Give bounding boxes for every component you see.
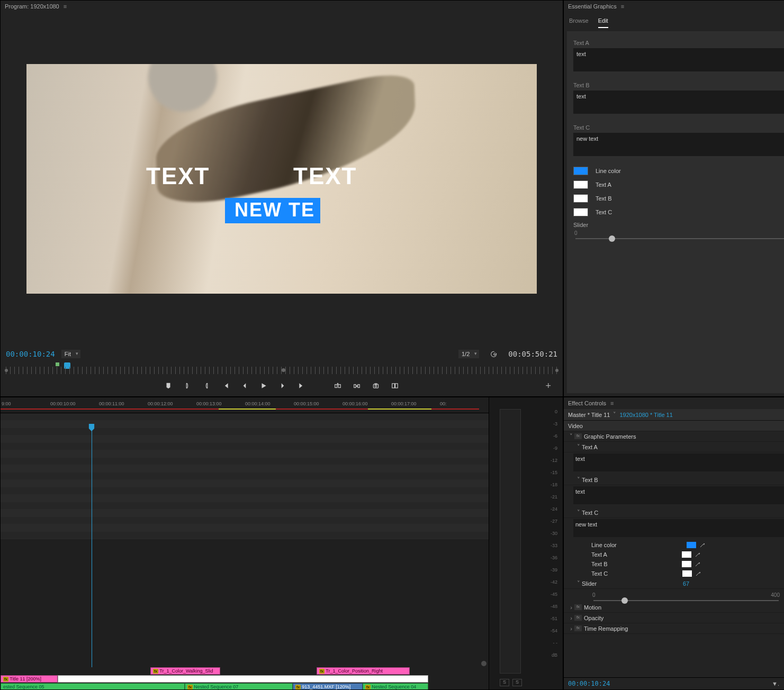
twirl-icon[interactable]: ˅ — [575, 443, 582, 450]
track-row[interactable] — [1, 517, 489, 524]
color-swatch[interactable] — [573, 208, 588, 216]
eyedropper-icon[interactable] — [695, 570, 701, 577]
quality-select[interactable]: 1/2 — [458, 350, 479, 358]
panel-menu-icon[interactable]: ≡ — [64, 3, 67, 10]
fx-badge-icon[interactable]: fx — [574, 433, 582, 439]
track-row[interactable] — [1, 510, 489, 517]
solo-button-2[interactable]: S — [512, 679, 522, 686]
eyedropper-icon[interactable] — [695, 561, 701, 567]
eg-text-b-input[interactable] — [573, 90, 784, 114]
go-to-out-button[interactable] — [296, 380, 307, 391]
track-row[interactable] — [1, 473, 489, 480]
timeline-main[interactable]: 9:0000:00:10:0000:00:11:0000:00:12:0000:… — [1, 397, 489, 689]
comparison-view-button[interactable] — [390, 380, 400, 391]
marker-icon[interactable] — [56, 362, 59, 366]
twirl-icon[interactable]: › — [568, 625, 574, 632]
play-button[interactable] — [258, 380, 269, 391]
eyedropper-icon[interactable] — [699, 542, 706, 548]
ec-text-c-label: Text C — [582, 510, 598, 516]
timeline-clip[interactable]: fxTr_1_Color_Position_Right — [317, 667, 410, 675]
track-row[interactable] — [1, 421, 489, 428]
track-row[interactable] — [1, 495, 489, 502]
time-ruler[interactable]: 9:0000:00:10:0000:00:11:0000:00:12:0000:… — [1, 397, 489, 413]
ec-text-c-input[interactable] — [573, 519, 784, 537]
panel-menu-icon[interactable]: ≡ — [621, 3, 624, 10]
tracks-area[interactable]: fxTr_1_Color_Walking_SlidfxTr_1_Color_Po… — [1, 413, 489, 667]
svg-point-5 — [375, 385, 377, 387]
export-frame-button[interactable] — [371, 380, 381, 391]
ec-sequence-clip[interactable]: 1920x1080 * Title 11 — [619, 412, 672, 418]
button-editor-icon[interactable]: + — [545, 380, 551, 392]
add-marker-button[interactable] — [163, 380, 174, 391]
ec-slider-track[interactable] — [593, 600, 779, 601]
twirl-icon[interactable]: ˅ — [575, 580, 582, 587]
ec-text-a-input[interactable] — [573, 453, 784, 471]
ec-timecode[interactable]: 00:00:10:24 — [568, 680, 610, 687]
track-row[interactable] — [1, 413, 489, 421]
ec-slider-value[interactable]: 67 — [683, 580, 689, 587]
track-row[interactable] — [1, 443, 489, 450]
fx-badge-icon[interactable]: fx — [574, 604, 582, 610]
color-swatch[interactable] — [687, 542, 696, 548]
track-row[interactable] — [1, 480, 489, 487]
ec-text-b-input[interactable] — [573, 486, 784, 504]
track-row[interactable] — [1, 532, 489, 539]
go-to-in-button[interactable] — [220, 380, 231, 391]
color-swatch[interactable] — [573, 180, 588, 189]
color-swatch[interactable] — [573, 194, 588, 203]
extract-button[interactable] — [352, 380, 362, 391]
ec-slider-thumb[interactable] — [621, 597, 628, 604]
track-row[interactable] — [1, 524, 489, 532]
timeline-clip[interactable]: fxNested Sequence 04 — [363, 683, 428, 689]
timeline-clip[interactable]: fx913_4451.MXF [120%] — [293, 683, 363, 689]
timeline-clip[interactable] — [58, 675, 428, 683]
filter-icon[interactable]: ▼. — [770, 680, 781, 687]
timeline-clip[interactable]: fxNested Sequence 07 — [185, 683, 293, 689]
track-row[interactable] — [1, 428, 489, 435]
eg-slider-track[interactable] — [575, 238, 784, 239]
mark-out-button[interactable] — [201, 380, 212, 391]
program-viewer[interactable]: TEXT TEXT NEW TE — [1, 12, 563, 346]
timeline-clip[interactable]: fxTitle 11 [200%] — [1, 675, 58, 683]
db-label: -33 — [551, 543, 557, 548]
fx-badge-icon[interactable]: fx — [574, 615, 582, 621]
track-row[interactable] — [1, 487, 489, 495]
ec-master-clip[interactable]: Master * Title 11 — [568, 412, 610, 418]
timecode-in[interactable]: 00:00:10:24 — [6, 350, 55, 358]
scrub-bar[interactable] — [6, 362, 557, 374]
twirl-icon[interactable]: ˅ — [575, 476, 582, 483]
timeline-playhead[interactable] — [92, 424, 92, 667]
eg-slider-thumb[interactable] — [609, 235, 615, 242]
color-swatch[interactable] — [682, 561, 691, 567]
twirl-icon[interactable]: ˅ — [575, 509, 582, 516]
color-swatch[interactable] — [682, 551, 691, 558]
track-row[interactable] — [1, 458, 489, 465]
eyedropper-icon[interactable] — [695, 551, 701, 558]
settings-icon[interactable] — [490, 350, 498, 358]
step-back-button[interactable] — [239, 380, 250, 391]
eg-text-a-input[interactable] — [573, 48, 784, 71]
step-forward-button[interactable] — [277, 380, 288, 391]
tab-edit[interactable]: Edit — [598, 15, 608, 28]
track-row[interactable] — [1, 435, 489, 443]
twirl-icon[interactable]: › — [568, 615, 574, 621]
twirl-icon[interactable]: ˅ — [568, 433, 574, 440]
color-swatch[interactable] — [573, 167, 588, 175]
fx-badge-icon[interactable]: fx — [574, 625, 582, 631]
twirl-icon[interactable]: › — [568, 604, 574, 611]
eg-text-c-input[interactable] — [573, 133, 784, 156]
panel-menu-icon[interactable]: ≡ — [610, 400, 614, 406]
timeline-clip[interactable]: fxTr_1_Color_Walking_Slid — [150, 667, 220, 675]
lift-button[interactable] — [332, 380, 343, 391]
zoom-select[interactable]: Fit — [61, 350, 80, 358]
mark-in-button[interactable] — [182, 380, 193, 391]
solo-button-1[interactable]: S — [500, 679, 509, 686]
track-row[interactable] — [1, 502, 489, 510]
track-row[interactable] — [1, 450, 489, 458]
color-swatch[interactable] — [682, 570, 692, 577]
db-label: -48 — [551, 604, 557, 609]
timeline-clip[interactable]: ested Sequence 05 — [1, 683, 185, 689]
go-to-playhead-icon[interactable]: ▸| — [781, 680, 784, 687]
tab-browse[interactable]: Browse — [569, 15, 589, 28]
track-row[interactable] — [1, 465, 489, 473]
